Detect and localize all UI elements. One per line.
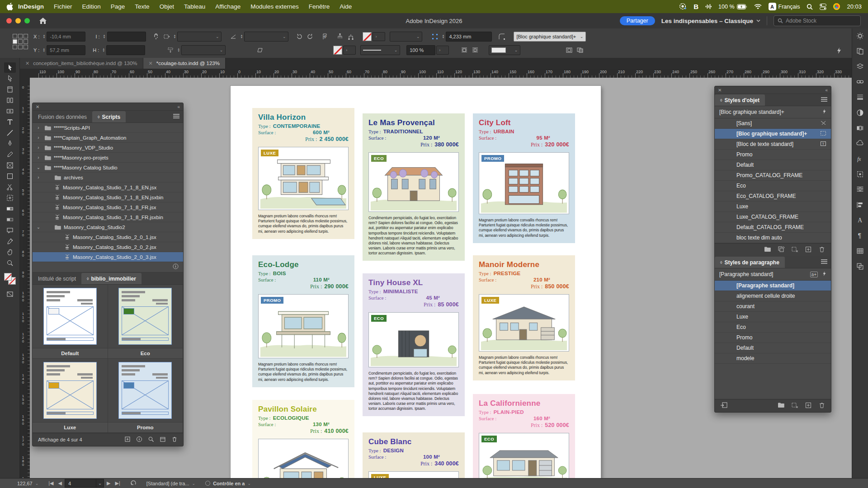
object-style-luxe-catalog-frame[interactable]: Luxe_CATALOG_FRAME	[715, 212, 831, 222]
rectangle-frame-tool[interactable]	[4, 160, 16, 170]
dock-text-wrap-icon[interactable]	[856, 186, 864, 195]
height-field[interactable]	[106, 45, 145, 55]
redefine-style-icon[interactable]	[720, 402, 728, 410]
paragraph-style-luxe[interactable]: Luxe	[715, 312, 831, 322]
height-stepper[interactable]: ▲▼	[102, 48, 105, 52]
library-thumbnail[interactable]	[118, 288, 172, 345]
tab-fusion-des-donn-es[interactable]: Fusion des données	[33, 111, 92, 122]
close-tab-icon[interactable]: ✕	[149, 61, 153, 66]
property-card-city-loft[interactable]: City LoftType :URBAINSurface :95 M²Prix …	[473, 113, 575, 243]
text-wrap-none-icon[interactable]	[459, 45, 470, 55]
selection-tool[interactable]	[4, 62, 16, 73]
library-info-icon[interactable]	[136, 436, 142, 444]
tree-chevron-icon[interactable]: ›	[33, 135, 44, 140]
width-field[interactable]	[107, 32, 146, 42]
reference-point-proxy[interactable]	[13, 34, 28, 49]
dock-character-icon[interactable]: A	[856, 216, 864, 226]
fill-stroke-swatch[interactable]	[4, 273, 16, 285]
tree-chevron-icon[interactable]: ›	[33, 155, 44, 160]
menu-indesign[interactable]: InDesign	[18, 3, 44, 10]
tab-scripts[interactable]: ◊Scripts	[92, 111, 126, 122]
script-file-masonry-catalog-studio-2-0-3-jsx[interactable]: Masonry_Catalog_Studio_2_0_3.jsx	[33, 252, 183, 262]
paragraph-style-courant[interactable]: courant	[715, 301, 831, 312]
corner-options-icon[interactable]	[496, 32, 507, 42]
preview-swatch-dropdown[interactable]: ⌄	[489, 45, 520, 55]
property-card-cube-blanc[interactable]: Cube BlancType :DESIGNSurface :100 M²Pri…	[363, 432, 465, 478]
dock-color-icon[interactable]	[856, 109, 864, 118]
script-info-icon[interactable]	[173, 263, 179, 271]
search-icon[interactable]	[807, 4, 813, 10]
tint-dropdown[interactable]: ⌄	[390, 32, 422, 42]
page-tool[interactable]	[4, 84, 16, 94]
content-collector-tool[interactable]	[4, 106, 16, 116]
text-wrap-around-icon[interactable]	[470, 45, 481, 55]
dock-effects-icon[interactable]: fx	[856, 155, 864, 164]
script-file-masonry-catalog-studio-7-1-8-en-jsx[interactable]: Masonry_Catalog_Studio_7_1_8_EN.jsx	[33, 183, 183, 192]
script-folder-masonry-catalog-studio2[interactable]: ⌄Masonry_Catalog_Studio2	[33, 222, 183, 232]
browser-icon[interactable]	[833, 3, 840, 10]
input-source-icon[interactable]: AFrançais	[769, 3, 800, 10]
menu-objet[interactable]: Objet	[160, 3, 174, 10]
panel-close-icon[interactable]: ✕	[718, 88, 722, 93]
y-field[interactable]: 57,2 mm	[47, 45, 85, 55]
stroke-expand-button[interactable]: ›	[343, 46, 356, 55]
apple-menu-icon[interactable]	[6, 3, 13, 10]
script-file-masonry-catalog-studio-7-1-8-fr-jsxbin[interactable]: Masonry_Catalog_Studio_7_1_8_FR.jsxbin	[33, 212, 183, 222]
panel-collapse-icon[interactable]: «	[177, 104, 180, 109]
object-style-luxe[interactable]: Luxe	[715, 202, 831, 212]
scale-x-dropdown[interactable]: ⌄	[177, 32, 222, 42]
preset-dropdown-icon[interactable]: ⌄	[192, 481, 196, 486]
object-style-dropdown[interactable]: [Bloc graphique standard]+⌄	[514, 32, 586, 42]
corner-radius-field[interactable]: 4,233 mm	[446, 32, 492, 42]
property-card-la-californienne[interactable]: La CalifornienneType :PLAIN-PIEDSurface …	[473, 394, 575, 478]
rotation-dropdown[interactable]: ⌄	[244, 32, 288, 42]
menu-aide[interactable]: Aide	[340, 3, 352, 10]
gradient-tool[interactable]	[4, 203, 16, 214]
property-card-eco-lodge[interactable]: Eco-LodgeType :BOISSurface :110 M²Prix :…	[252, 255, 354, 387]
first-page-button[interactable]: |◀	[48, 480, 53, 486]
folder-icon[interactable]	[764, 246, 771, 254]
wifi-icon[interactable]	[754, 4, 762, 9]
property-card-tiny-house-xl[interactable]: Tiny House XLType :MINIMALISTESurface :4…	[363, 273, 465, 416]
dock-stroke-icon[interactable]	[856, 94, 864, 103]
clear-overrides-icon[interactable]	[778, 246, 785, 254]
dock-object-styles-icon[interactable]	[856, 170, 864, 180]
panel-menu-icon[interactable]	[821, 97, 827, 103]
menu-modules-externes[interactable]: Modules externes	[250, 3, 299, 10]
menu-texte[interactable]: Texte	[135, 3, 149, 10]
object-style-sans[interactable]: [Sans]	[715, 118, 831, 129]
menu-fen-tre[interactable]: Fenêtre	[309, 3, 330, 10]
preflight-label[interactable]: Contrôle en a	[213, 481, 245, 486]
y-stepper[interactable]: ▲▼	[42, 48, 45, 52]
library-search-icon[interactable]	[148, 436, 154, 444]
folder-icon[interactable]	[778, 402, 785, 410]
last-page-button[interactable]: ▶|	[115, 480, 120, 486]
tree-chevron-icon[interactable]: ›	[33, 125, 44, 130]
ruler-origin-corner[interactable]	[20, 69, 30, 78]
x-field[interactable]: -10,4 mm	[47, 32, 85, 42]
new-style-icon[interactable]	[805, 246, 812, 254]
tree-chevron-icon[interactable]: ⌄	[33, 165, 44, 170]
menu-page[interactable]: Page	[111, 3, 125, 10]
eyedropper-tool[interactable]	[4, 236, 16, 246]
script-folder-masonry-vdp-studio[interactable]: ›****Masonry_VDP_Studio	[33, 143, 183, 153]
zoom-window-button[interactable]	[24, 18, 30, 23]
library-add-item-icon[interactable]	[124, 436, 131, 444]
width-stepper[interactable]: ▲▼	[103, 34, 106, 39]
object-style-promo[interactable]: Promo	[715, 150, 831, 160]
library-item-eco[interactable]	[108, 285, 184, 348]
menu-edition[interactable]: Edition	[82, 3, 101, 10]
menu-tableau[interactable]: Tableau	[184, 3, 205, 10]
script-file-masonry-catalog-studio-2-0-1-jsx[interactable]: Masonry_Catalog_Studio_2_0_1.jsx	[33, 232, 183, 242]
paragraph-style-modele[interactable]: modele	[715, 353, 831, 364]
fill-swatch[interactable]	[363, 32, 372, 41]
home-icon[interactable]	[39, 17, 47, 24]
preflight-profile[interactable]: [Standard] (de tra...	[146, 481, 189, 486]
dock-tables-icon[interactable]	[856, 247, 864, 257]
delete-style-icon[interactable]	[818, 246, 826, 254]
dock-gear-icon[interactable]	[856, 32, 864, 42]
property-card-manoir-moderne[interactable]: Manoir ModerneType :PRESTIGESurface :210…	[473, 255, 575, 380]
dock-pathfinder-icon[interactable]	[856, 263, 864, 272]
zoom-level[interactable]: 122,67	[17, 481, 33, 486]
horizontal-ruler[interactable]: 1101009080706050403020100102030405060708…	[30, 69, 852, 78]
